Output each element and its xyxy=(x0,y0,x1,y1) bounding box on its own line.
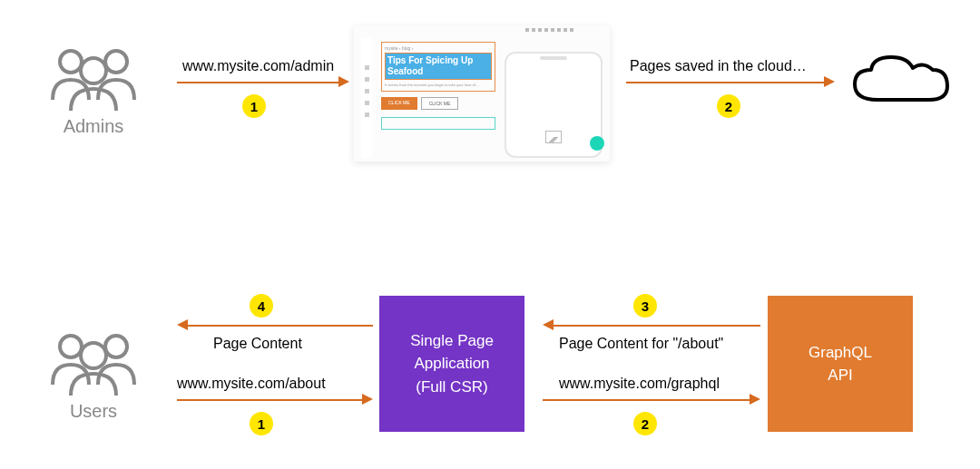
svg-point-4 xyxy=(105,336,127,357)
svg-point-3 xyxy=(60,336,82,357)
top-arrow-1-label: www.mysite.com/admin xyxy=(182,58,334,74)
editor-top-toolbar xyxy=(354,25,610,34)
top-step-2-badge: 2 xyxy=(717,94,740,118)
graphql-line2: API xyxy=(828,364,852,387)
users-label: Users xyxy=(44,401,143,422)
page-editor-mock: mysite › blog › Tips For Spicing Up Seaf… xyxy=(354,25,610,161)
bottom-arrow-3: 3 Page Content for "/about" xyxy=(543,321,760,348)
top-arrow-2-label: Pages saved in the cloud… xyxy=(630,58,807,74)
spa-line1: Single Page xyxy=(410,329,494,353)
people-group-icon xyxy=(44,328,143,401)
editor-paragraph: It seems from the moment you begin to ta… xyxy=(385,83,492,88)
cloud-icon xyxy=(846,50,955,113)
top-step-1-badge: 1 xyxy=(242,94,266,118)
spa-line2: Application xyxy=(414,352,489,376)
svg-point-5 xyxy=(81,343,106,368)
admins-node: Admins xyxy=(44,44,143,137)
editor-content-block: mysite › blog › Tips For Spicing Up Seaf… xyxy=(381,42,495,92)
image-placeholder-icon xyxy=(545,131,562,143)
spa-box: Single Page Application (Full CSR) xyxy=(379,296,524,432)
bottom-arrow-1-label: www.mysite.com/about xyxy=(177,376,326,392)
users-node: Users xyxy=(44,328,143,422)
svg-point-2 xyxy=(81,58,106,83)
bottom-arrow-1: www.mysite.com/about 1 xyxy=(177,381,373,435)
editor-teal-block xyxy=(381,117,495,130)
bottom-arrow-2: www.mysite.com/graphql 2 xyxy=(543,381,760,435)
editor-button-secondary: CLICK ME xyxy=(421,97,459,110)
cloud-node xyxy=(846,50,955,117)
bottom-step-1-badge: 1 xyxy=(250,412,273,435)
bottom-step-2-badge: 2 xyxy=(633,412,657,435)
editor-phone-preview xyxy=(505,52,603,158)
graphql-line1: GraphQL xyxy=(808,341,872,365)
bottom-arrow-3-label: Page Content for "/about" xyxy=(559,336,723,352)
editor-left-rail xyxy=(361,38,372,158)
admins-label: Admins xyxy=(44,116,143,137)
top-arrow-1: www.mysite.com/admin 1 xyxy=(177,64,349,118)
bottom-arrow-2-label: www.mysite.com/graphql xyxy=(559,376,720,392)
bottom-step-4-badge: 4 xyxy=(250,294,273,318)
editor-button-primary: CLICK ME xyxy=(381,97,417,110)
editor-headline: Tips For Spicing Up Seafood xyxy=(385,53,492,80)
bottom-step-3-badge: 3 xyxy=(633,294,657,318)
svg-point-0 xyxy=(60,51,82,73)
top-arrow-2: Pages saved in the cloud… 2 xyxy=(626,64,835,118)
svg-point-1 xyxy=(105,51,127,73)
bottom-arrow-4: 4 Page Content xyxy=(177,321,373,348)
bottom-arrow-4-label: Page Content xyxy=(213,336,302,352)
editor-breadcrumb: mysite › blog › xyxy=(385,45,492,51)
graphql-box: GraphQL API xyxy=(768,296,913,432)
people-group-icon xyxy=(44,44,143,116)
fab-add-icon xyxy=(590,136,604,151)
spa-line3: (Full CSR) xyxy=(416,376,487,399)
